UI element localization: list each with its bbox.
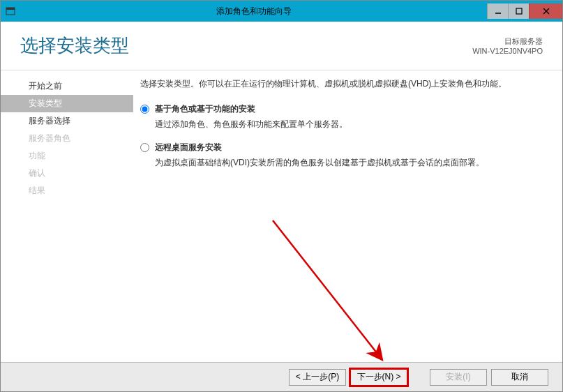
wizard-header: 选择安装类型 目标服务器 WIN-V12EJ0NV4PO bbox=[1, 22, 562, 70]
cancel-button[interactable]: 取消 bbox=[491, 369, 548, 386]
sidebar-item-before-begin[interactable]: 开始之前 bbox=[1, 77, 133, 95]
titlebar: 添加角色和功能向导 bbox=[1, 1, 562, 22]
option-rds-desc: 为虚拟桌面基础结构(VDI)安装所需的角色服务以创建基于虚拟机或基于会话的桌面部… bbox=[155, 156, 484, 169]
wizard-footer: < 上一步(P) 下一步(N) > 安装(I) 取消 bbox=[1, 362, 562, 391]
svg-rect-1 bbox=[6, 8, 15, 10]
previous-button[interactable]: < 上一步(P) bbox=[289, 369, 346, 386]
minimize-button[interactable] bbox=[487, 3, 508, 19]
window-title: 添加角色和功能向导 bbox=[20, 6, 487, 17]
sidebar-item-install-type[interactable]: 安装类型 bbox=[1, 95, 133, 112]
sidebar-item-results: 结果 bbox=[1, 182, 133, 199]
page-title: 选择安装类型 bbox=[20, 33, 472, 58]
wizard-body: 开始之前 安装类型 服务器选择 服务器角色 功能 确认 结果 选择安装类型。你可… bbox=[1, 70, 562, 363]
target-server-name: WIN-V12EJ0NV4PO bbox=[472, 47, 543, 55]
svg-rect-3 bbox=[516, 8, 522, 14]
sidebar-item-server-roles: 服务器角色 bbox=[1, 130, 133, 147]
option-rds[interactable]: 远程桌面服务安装 为虚拟桌面基础结构(VDI)安装所需的角色服务以创建基于虚拟机… bbox=[140, 142, 541, 169]
wizard-main: 选择安装类型。你可以在正在运行的物理计算机、虚拟机或脱机虚拟硬盘(VHD)上安装… bbox=[133, 70, 562, 363]
option-role-based[interactable]: 基于角色或基于功能的安装 通过添加角色、角色服务和功能来配置单个服务器。 bbox=[140, 103, 541, 130]
option-rds-title: 远程桌面服务安装 bbox=[155, 142, 484, 153]
maximize-button[interactable] bbox=[508, 3, 529, 19]
close-button[interactable] bbox=[529, 3, 562, 19]
sidebar-item-server-selection[interactable]: 服务器选择 bbox=[1, 112, 133, 130]
option-role-based-radio[interactable] bbox=[140, 105, 149, 114]
target-server-info: 目标服务器 WIN-V12EJ0NV4PO bbox=[472, 36, 543, 55]
target-server-label: 目标服务器 bbox=[472, 36, 543, 47]
sidebar-item-features: 功能 bbox=[1, 147, 133, 165]
next-button[interactable]: 下一步(N) > bbox=[350, 369, 407, 386]
wizard-sidebar: 开始之前 安装类型 服务器选择 服务器角色 功能 确认 结果 bbox=[1, 70, 133, 363]
sidebar-item-confirmation: 确认 bbox=[1, 165, 133, 182]
option-rds-radio[interactable] bbox=[140, 143, 149, 152]
option-role-based-desc: 通过添加角色、角色服务和功能来配置单个服务器。 bbox=[155, 118, 347, 130]
window-controls bbox=[487, 3, 562, 19]
option-role-based-title: 基于角色或基于功能的安装 bbox=[155, 103, 347, 115]
intro-text: 选择安装类型。你可以在正在运行的物理计算机、虚拟机或脱机虚拟硬盘(VHD)上安装… bbox=[140, 77, 541, 91]
app-icon bbox=[1, 1, 20, 22]
install-button: 安装(I) bbox=[430, 369, 487, 386]
